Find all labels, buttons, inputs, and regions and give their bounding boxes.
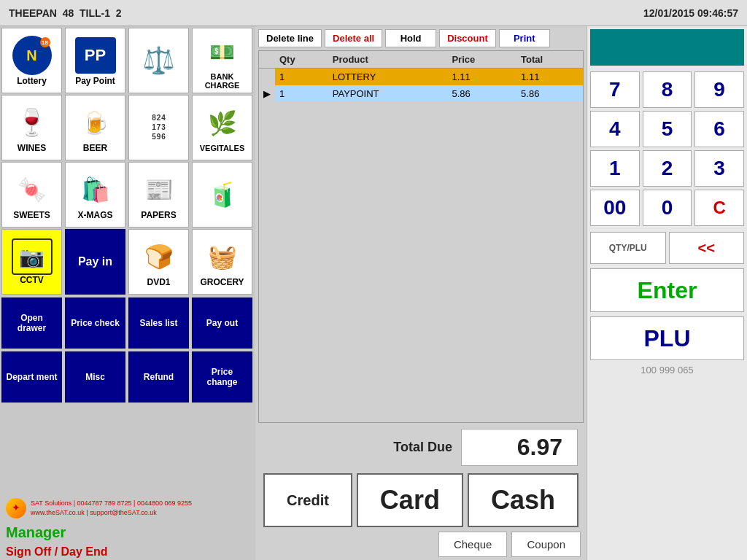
action-buttons-row1: Open drawer Price check Sales list Pay o… [0, 296, 255, 350]
cctv-camera-icon: 📷 [19, 245, 44, 269]
queue-number: 2 [116, 7, 122, 19]
icon-cctv-label: CCTV [20, 275, 44, 285]
icon-misc1[interactable]: 824 173 596 [128, 95, 189, 160]
icon-cctv[interactable]: 📷 CCTV [1, 229, 62, 295]
icon-paypoint-label: Pay Point [75, 76, 115, 86]
row-total: 5.86 [516, 85, 583, 102]
pay-out-button[interactable]: Pay out [192, 298, 252, 349]
numpad: 7 8 9 4 5 6 1 2 3 00 0 C [590, 71, 744, 226]
plu-button[interactable]: PLU [590, 316, 744, 360]
coupon-button[interactable]: Coupon [511, 532, 581, 557]
open-drawer-button[interactable]: Open drawer [1, 298, 62, 349]
num-4-button[interactable]: 4 [590, 111, 640, 147]
num-0-button[interactable]: 0 [643, 190, 692, 226]
plu-code: 100 999 065 [590, 363, 744, 377]
total-row: Total Due 6.97 [258, 426, 584, 469]
table-row[interactable]: ▶1PAYPOINT5.865.86 [259, 85, 583, 102]
department-button[interactable]: Depart ment [1, 351, 62, 402]
delete-all-button[interactable]: Delete all [325, 29, 382, 47]
icon-wines-label: WINES [18, 143, 46, 153]
col-qty: Qty [275, 51, 328, 69]
display-screen [590, 29, 744, 66]
num-8-button[interactable]: 8 [643, 71, 692, 108]
icon-sweets-label: SWEETS [13, 210, 50, 220]
col-selector [259, 51, 275, 69]
clear-button[interactable]: C [694, 190, 744, 226]
row-qty: 1 [275, 69, 328, 86]
row-arrow-icon: ▶ [263, 88, 271, 99]
enter-button[interactable]: Enter [590, 268, 744, 312]
misc-button[interactable]: Misc [65, 351, 125, 402]
signoff-button[interactable]: Sign Off / Day End [0, 544, 255, 560]
payment-buttons2: Cheque Coupon [258, 532, 584, 557]
icon-vegitales-label: VEGITALES [200, 144, 245, 152]
print-button[interactable]: Print [499, 29, 550, 47]
icon-lottery-label: Lottery [17, 76, 47, 86]
icon-pay-in[interactable]: Pay in [65, 229, 125, 295]
total-due-label: Total Due [393, 440, 452, 455]
icon-grid: N 18 Lottery PP Pay Point ⚖️ [0, 26, 255, 296]
numpad-panel: 7 8 9 4 5 6 1 2 3 00 0 C QTY/PLU << Ente… [587, 26, 747, 560]
payment-buttons: Credit Card Cash [258, 473, 584, 527]
price-check-button[interactable]: Price check [65, 298, 125, 349]
backspace-button[interactable]: << [669, 232, 745, 264]
card-button[interactable]: Card [357, 473, 463, 527]
icon-dvd1[interactable]: 🍞 DVD1 [128, 229, 189, 295]
username: THEEPAN [9, 7, 57, 19]
manager-label: Manager [6, 524, 66, 540]
icon-bank-charge-label: BANK CHARGE [193, 72, 252, 90]
icon-x-mags[interactable]: 🛍️ X-MAGS [65, 162, 125, 228]
transaction-table: Qty Product Price Total 1LOTTERY1.111.11… [259, 51, 583, 102]
delete-line-button[interactable]: Delete line [258, 29, 322, 47]
icon-vegitales[interactable]: 🌿 VEGITALES [192, 95, 252, 160]
discount-button[interactable]: Discount [439, 29, 496, 47]
cash-button[interactable]: Cash [468, 473, 578, 527]
cheque-button[interactable]: Cheque [438, 532, 508, 557]
refund-button[interactable]: Refund [128, 351, 189, 402]
num-3-button[interactable]: 3 [694, 150, 744, 187]
icon-beer[interactable]: 🍺 BEER [65, 95, 125, 160]
left-panel: N 18 Lottery PP Pay Point ⚖️ [0, 26, 255, 560]
num-6-button[interactable]: 6 [694, 111, 744, 147]
header: THEEPAN 48 TILL-1 2 12/01/2015 09:46:57 [0, 0, 747, 26]
row-total: 1.11 [516, 69, 583, 86]
action-buttons-row2: Depart ment Misc Refund Price change [0, 350, 255, 404]
hold-button[interactable]: Hold [385, 29, 436, 47]
icon-pay-in-label: Pay in [78, 255, 112, 268]
num-9-button[interactable]: 9 [694, 71, 744, 108]
row-selector [259, 69, 275, 86]
col-total: Total [516, 51, 583, 69]
icon-paypoint[interactable]: PP Pay Point [65, 28, 125, 93]
qty-plu-button[interactable]: QTY/PLU [590, 232, 666, 264]
num-7-button[interactable]: 7 [590, 71, 640, 108]
num-5-button[interactable]: 5 [643, 111, 692, 147]
icon-lottery[interactable]: N 18 Lottery [1, 28, 62, 93]
icon-bank-charge[interactable]: 💵 BANK CHARGE [192, 28, 252, 93]
sales-list-button[interactable]: Sales list [128, 298, 189, 349]
icon-dvd1-label: DVD1 [147, 277, 170, 287]
sat-logo: ✦ [6, 498, 26, 518]
num-1-button[interactable]: 1 [590, 150, 640, 187]
icon-beer-label: BEER [83, 143, 107, 153]
num-00-button[interactable]: 00 [590, 190, 640, 226]
icon-grocery[interactable]: 🧺 GROCERY [192, 229, 252, 295]
table-row[interactable]: 1LOTTERY1.111.11 [259, 69, 583, 86]
row-price: 1.11 [447, 69, 516, 86]
icon-sweets[interactable]: 🍬 SWEETS [1, 162, 62, 228]
icon-wines[interactable]: 🍷 WINES [1, 95, 62, 160]
price-change-button[interactable]: Price change [192, 351, 252, 402]
main-layout: N 18 Lottery PP Pay Point ⚖️ [0, 26, 747, 560]
icon-grocery-label: GROCERY [200, 277, 244, 287]
till-name: TILL-1 [80, 7, 110, 19]
icon-scale[interactable]: ⚖️ [128, 28, 189, 93]
row-product: PAYPOINT [328, 85, 448, 102]
icon-papers-label: PAPERS [141, 210, 176, 220]
col-product: Product [328, 51, 448, 69]
row-price: 5.86 [447, 85, 516, 102]
icon-papers[interactable]: 📰 PAPERS [128, 162, 189, 228]
credit-button[interactable]: Credit [263, 473, 352, 527]
manager-section: Manager [0, 521, 255, 544]
icon-lemonade[interactable]: 🧃 [192, 162, 252, 228]
toolbar: Delete line Delete all Hold Discount Pri… [258, 29, 584, 47]
num-2-button[interactable]: 2 [643, 150, 692, 187]
